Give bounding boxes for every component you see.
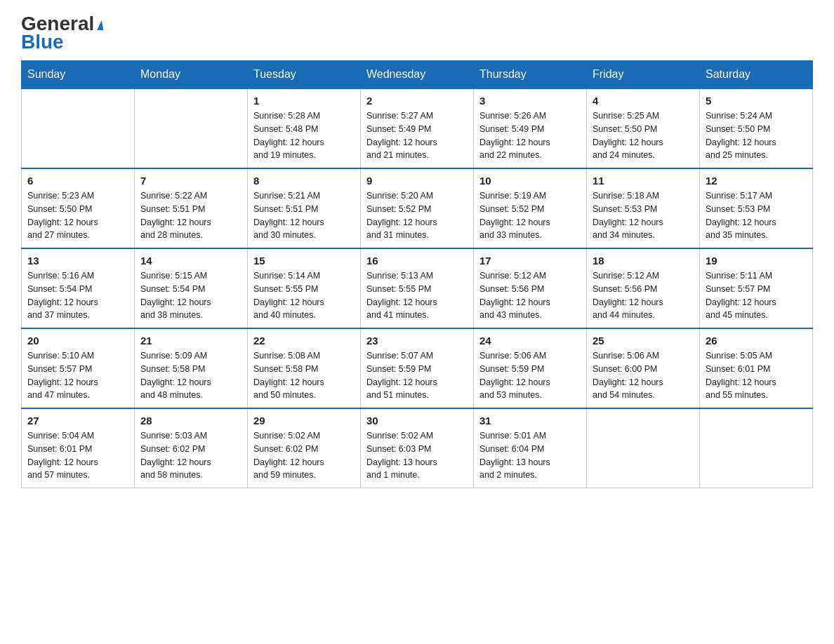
calendar-cell: 27Sunrise: 5:04 AMSunset: 6:01 PMDayligh… (22, 408, 135, 488)
header-monday: Monday (135, 61, 248, 89)
day-number: 21 (140, 335, 241, 347)
day-info: Sunrise: 5:17 AMSunset: 5:53 PMDaylight:… (706, 189, 807, 242)
calendar-cell: 12Sunrise: 5:17 AMSunset: 5:53 PMDayligh… (700, 168, 813, 248)
day-info: Sunrise: 5:25 AMSunset: 5:50 PMDaylight:… (593, 109, 694, 162)
calendar-cell: 6Sunrise: 5:23 AMSunset: 5:50 PMDaylight… (22, 168, 135, 248)
day-info: Sunrise: 5:12 AMSunset: 5:56 PMDaylight:… (479, 269, 581, 322)
calendar-cell (135, 88, 248, 168)
day-number: 29 (253, 415, 355, 427)
day-info: Sunrise: 5:06 AMSunset: 6:00 PMDaylight:… (593, 349, 694, 402)
day-info: Sunrise: 5:27 AMSunset: 5:49 PMDaylight:… (366, 109, 468, 162)
day-info: Sunrise: 5:04 AMSunset: 6:01 PMDaylight:… (27, 429, 128, 482)
calendar-cell: 3Sunrise: 5:26 AMSunset: 5:49 PMDaylight… (474, 88, 587, 168)
calendar-cell: 7Sunrise: 5:22 AMSunset: 5:51 PMDaylight… (135, 168, 248, 248)
calendar-cell (700, 408, 813, 488)
day-number: 30 (366, 415, 468, 427)
day-number: 6 (27, 175, 128, 187)
calendar-week-row: 20Sunrise: 5:10 AMSunset: 5:57 PMDayligh… (22, 328, 813, 408)
calendar-cell: 2Sunrise: 5:27 AMSunset: 5:49 PMDaylight… (361, 88, 474, 168)
calendar-cell: 11Sunrise: 5:18 AMSunset: 5:53 PMDayligh… (587, 168, 700, 248)
day-info: Sunrise: 5:26 AMSunset: 5:49 PMDaylight:… (479, 109, 581, 162)
calendar-header-row: SundayMondayTuesdayWednesdayThursdayFrid… (22, 61, 813, 89)
calendar-cell: 9Sunrise: 5:20 AMSunset: 5:52 PMDaylight… (361, 168, 474, 248)
day-info: Sunrise: 5:14 AMSunset: 5:55 PMDaylight:… (253, 269, 355, 322)
day-number: 10 (479, 175, 581, 187)
calendar-cell: 21Sunrise: 5:09 AMSunset: 5:58 PMDayligh… (135, 328, 248, 408)
day-info: Sunrise: 5:16 AMSunset: 5:54 PMDaylight:… (27, 269, 128, 322)
calendar-cell: 4Sunrise: 5:25 AMSunset: 5:50 PMDaylight… (587, 88, 700, 168)
calendar-cell: 25Sunrise: 5:06 AMSunset: 6:00 PMDayligh… (587, 328, 700, 408)
calendar-cell: 30Sunrise: 5:02 AMSunset: 6:03 PMDayligh… (361, 408, 474, 488)
day-info: Sunrise: 5:19 AMSunset: 5:52 PMDaylight:… (479, 189, 581, 242)
day-number: 2 (366, 95, 468, 107)
calendar-cell: 23Sunrise: 5:07 AMSunset: 5:59 PMDayligh… (361, 328, 474, 408)
day-info: Sunrise: 5:06 AMSunset: 5:59 PMDaylight:… (479, 349, 581, 402)
day-info: Sunrise: 5:23 AMSunset: 5:50 PMDaylight:… (27, 189, 128, 242)
header-friday: Friday (587, 61, 700, 89)
day-info: Sunrise: 5:09 AMSunset: 5:58 PMDaylight:… (140, 349, 241, 402)
calendar-cell: 5Sunrise: 5:24 AMSunset: 5:50 PMDaylight… (700, 88, 813, 168)
day-info: Sunrise: 5:02 AMSunset: 6:03 PMDaylight:… (366, 429, 468, 482)
day-info: Sunrise: 5:18 AMSunset: 5:53 PMDaylight:… (593, 189, 694, 242)
calendar-cell: 18Sunrise: 5:12 AMSunset: 5:56 PMDayligh… (587, 248, 700, 328)
day-number: 27 (27, 415, 128, 427)
calendar-cell: 10Sunrise: 5:19 AMSunset: 5:52 PMDayligh… (474, 168, 587, 248)
day-number: 16 (366, 255, 468, 267)
day-number: 14 (140, 255, 241, 267)
calendar-cell: 31Sunrise: 5:01 AMSunset: 6:04 PMDayligh… (474, 408, 587, 488)
day-number: 9 (366, 175, 468, 187)
day-info: Sunrise: 5:13 AMSunset: 5:55 PMDaylight:… (366, 269, 468, 322)
day-number: 3 (479, 95, 581, 107)
calendar-week-row: 13Sunrise: 5:16 AMSunset: 5:54 PMDayligh… (22, 248, 813, 328)
day-number: 31 (479, 415, 581, 427)
header-sunday: Sunday (22, 61, 135, 89)
day-number: 7 (140, 175, 241, 187)
day-number: 12 (706, 175, 807, 187)
day-number: 4 (593, 95, 694, 107)
header-wednesday: Wednesday (361, 61, 474, 89)
calendar-cell: 17Sunrise: 5:12 AMSunset: 5:56 PMDayligh… (474, 248, 587, 328)
calendar-cell: 19Sunrise: 5:11 AMSunset: 5:57 PMDayligh… (700, 248, 813, 328)
calendar-cell: 26Sunrise: 5:05 AMSunset: 6:01 PMDayligh… (700, 328, 813, 408)
day-info: Sunrise: 5:02 AMSunset: 6:02 PMDaylight:… (253, 429, 355, 482)
header-saturday: Saturday (700, 61, 813, 89)
day-info: Sunrise: 5:05 AMSunset: 6:01 PMDaylight:… (706, 349, 807, 402)
day-number: 28 (140, 415, 241, 427)
calendar-cell: 28Sunrise: 5:03 AMSunset: 6:02 PMDayligh… (135, 408, 248, 488)
logo-blue-text: Blue (21, 31, 64, 53)
calendar-cell: 29Sunrise: 5:02 AMSunset: 6:02 PMDayligh… (248, 408, 361, 488)
calendar-cell (22, 88, 135, 168)
day-number: 26 (706, 335, 807, 347)
day-number: 18 (593, 255, 694, 267)
calendar-cell: 15Sunrise: 5:14 AMSunset: 5:55 PMDayligh… (248, 248, 361, 328)
day-info: Sunrise: 5:28 AMSunset: 5:48 PMDaylight:… (253, 109, 355, 162)
calendar-week-row: 27Sunrise: 5:04 AMSunset: 6:01 PMDayligh… (22, 408, 813, 488)
calendar-cell: 1Sunrise: 5:28 AMSunset: 5:48 PMDaylight… (248, 88, 361, 168)
day-info: Sunrise: 5:15 AMSunset: 5:54 PMDaylight:… (140, 269, 241, 322)
day-number: 8 (253, 175, 355, 187)
day-number: 11 (593, 175, 694, 187)
day-number: 15 (253, 255, 355, 267)
header-tuesday: Tuesday (248, 61, 361, 89)
day-info: Sunrise: 5:24 AMSunset: 5:50 PMDaylight:… (706, 109, 807, 162)
day-info: Sunrise: 5:10 AMSunset: 5:57 PMDaylight:… (27, 349, 128, 402)
day-info: Sunrise: 5:03 AMSunset: 6:02 PMDaylight:… (140, 429, 241, 482)
day-number: 22 (253, 335, 355, 347)
header-thursday: Thursday (474, 61, 587, 89)
calendar-cell: 14Sunrise: 5:15 AMSunset: 5:54 PMDayligh… (135, 248, 248, 328)
calendar-cell (587, 408, 700, 488)
day-number: 17 (479, 255, 581, 267)
day-number: 25 (593, 335, 694, 347)
day-number: 20 (27, 335, 128, 347)
calendar-week-row: 6Sunrise: 5:23 AMSunset: 5:50 PMDaylight… (22, 168, 813, 248)
day-number: 5 (706, 95, 807, 107)
day-number: 19 (706, 255, 807, 267)
day-info: Sunrise: 5:07 AMSunset: 5:59 PMDaylight:… (366, 349, 468, 402)
day-number: 1 (253, 95, 355, 107)
calendar-cell: 16Sunrise: 5:13 AMSunset: 5:55 PMDayligh… (361, 248, 474, 328)
day-info: Sunrise: 5:21 AMSunset: 5:51 PMDaylight:… (253, 189, 355, 242)
calendar-cell: 24Sunrise: 5:06 AMSunset: 5:59 PMDayligh… (474, 328, 587, 408)
day-info: Sunrise: 5:12 AMSunset: 5:56 PMDaylight:… (593, 269, 694, 322)
page-header: General Blue (21, 14, 813, 53)
calendar-table: SundayMondayTuesdayWednesdayThursdayFrid… (21, 60, 813, 488)
